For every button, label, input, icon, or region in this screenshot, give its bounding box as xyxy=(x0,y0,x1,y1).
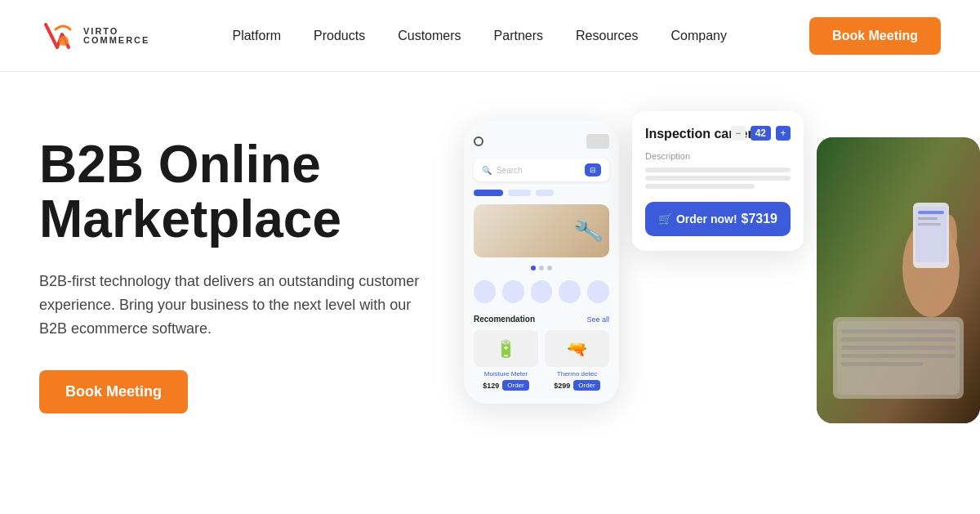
svg-rect-16 xyxy=(918,217,938,220)
cat-1[interactable] xyxy=(474,280,496,303)
logo-virto: VIRTO xyxy=(83,27,149,36)
desc-line-3 xyxy=(645,184,755,189)
product1-image: 🔋 xyxy=(474,330,538,367)
laptop-background xyxy=(817,137,980,423)
banner-dots xyxy=(474,266,609,270)
product2-name: Thermo detec xyxy=(545,370,609,378)
nav-partners[interactable]: Partners xyxy=(494,29,543,43)
desc-line-1 xyxy=(645,168,791,172)
cat-5[interactable] xyxy=(587,280,609,303)
filter-pill-2 xyxy=(508,190,531,196)
cat-4[interactable] xyxy=(559,280,581,303)
phone-status-bar xyxy=(586,134,609,149)
product2-order-button[interactable]: Order xyxy=(573,380,599,391)
product-banner: 🔧 xyxy=(474,204,609,257)
svg-rect-7 xyxy=(841,354,956,358)
filter-pills xyxy=(474,190,609,196)
logo-commerce: COMMERCE xyxy=(83,36,149,45)
hero-right: 🔍 Search ⊟ 🔧 xyxy=(464,105,980,423)
product-image: 🔧 xyxy=(572,215,604,247)
virtocommerce-logo-icon xyxy=(39,18,75,54)
product1-name: Moisture Meter xyxy=(474,370,538,378)
svg-rect-5 xyxy=(841,337,956,342)
dot-1 xyxy=(531,266,536,270)
cart-icon: 🛒 xyxy=(658,212,672,226)
quantity-controls: − 42 + xyxy=(731,126,791,141)
svg-rect-6 xyxy=(841,346,956,350)
hero-book-meeting-button[interactable]: Book Meeting xyxy=(39,370,188,413)
filter-pill-active xyxy=(474,190,503,196)
header-book-meeting-button[interactable]: Book Meeting xyxy=(809,17,941,55)
quantity-plus-button[interactable]: + xyxy=(776,126,791,141)
dot-3 xyxy=(547,266,552,270)
logo: VIRTO COMMERCE xyxy=(39,18,149,54)
hero-left: B2B Online Marketplace B2B-first technol… xyxy=(39,121,464,413)
desc-line-2 xyxy=(645,176,791,181)
main-nav: Platform Products Customers Partners Res… xyxy=(232,29,727,43)
hero-section: B2B Online Marketplace B2B-first technol… xyxy=(0,72,980,514)
filter-pill-3 xyxy=(536,190,554,196)
rec-title: Recomendation xyxy=(474,315,535,324)
description-lines xyxy=(645,168,791,189)
phone-camera-icon xyxy=(474,136,483,146)
description-label: Description xyxy=(645,151,791,161)
product-price: $7319 xyxy=(741,212,777,226)
phone-search-bar: 🔍 Search ⊟ xyxy=(474,159,609,181)
rec-product-1: 🔋 Moisture Meter $129 Order xyxy=(474,330,538,391)
product2-price-row: $299 Order xyxy=(545,380,609,391)
search-icon: 🔍 xyxy=(482,166,492,175)
rec-header: Recomendation See all xyxy=(474,315,609,324)
order-btn-label: Order now! xyxy=(676,212,737,226)
rec-see-all[interactable]: See all xyxy=(586,315,609,324)
search-filter-button[interactable]: ⊟ xyxy=(585,163,601,177)
search-placeholder: Search xyxy=(497,166,523,175)
laptop-scene-svg xyxy=(817,137,980,423)
cat-3[interactable] xyxy=(531,280,553,303)
product1-price-row: $129 Order xyxy=(474,380,538,391)
product2-image: 🔫 xyxy=(545,330,609,367)
nav-resources[interactable]: Resources xyxy=(576,29,638,43)
logo-text: VIRTO COMMERCE xyxy=(83,27,149,45)
svg-rect-4 xyxy=(841,329,956,333)
product2-price: $299 xyxy=(554,382,570,390)
svg-rect-17 xyxy=(918,223,941,226)
hero-title: B2B Online Marketplace xyxy=(39,137,464,247)
hero-description: B2B-first technology that delivers an ou… xyxy=(39,270,431,340)
product1-order-button[interactable]: Order xyxy=(502,380,528,391)
svg-rect-15 xyxy=(918,211,944,214)
rec-products: 🔋 Moisture Meter $129 Order 🔫 Thermo det… xyxy=(474,330,609,391)
product-detail-card: Inspection cameras − 42 + Description 🛒 … xyxy=(632,111,804,251)
dot-2 xyxy=(539,266,544,270)
category-circles xyxy=(474,280,609,303)
order-now-button[interactable]: 🛒 Order now! $7319 xyxy=(645,202,791,236)
quantity-value: 42 xyxy=(751,126,771,141)
cat-2[interactable] xyxy=(502,280,524,303)
phone-mockup: 🔍 Search ⊟ 🔧 xyxy=(464,121,619,404)
recommendations: Recomendation See all 🔋 Moisture Meter $… xyxy=(474,315,609,391)
quantity-minus-button[interactable]: − xyxy=(731,126,746,141)
laptop-photo xyxy=(817,137,980,423)
header: VIRTO COMMERCE Platform Products Custome… xyxy=(0,0,980,72)
rec-product-2: 🔫 Thermo detec $299 Order xyxy=(545,330,609,391)
nav-customers[interactable]: Customers xyxy=(398,29,461,43)
svg-point-0 xyxy=(59,36,69,46)
svg-rect-14 xyxy=(915,207,947,262)
nav-platform[interactable]: Platform xyxy=(232,29,281,43)
phone-top-bar xyxy=(474,134,609,149)
svg-rect-8 xyxy=(841,362,923,366)
nav-company[interactable]: Company xyxy=(671,29,727,43)
nav-products[interactable]: Products xyxy=(314,29,365,43)
product1-price: $129 xyxy=(483,382,499,390)
